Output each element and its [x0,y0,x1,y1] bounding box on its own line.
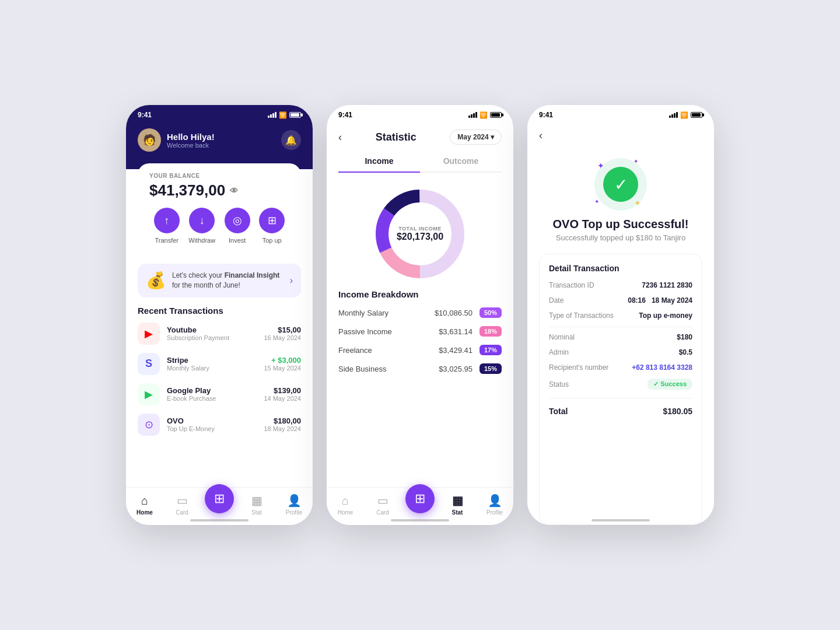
badge-salary: 50% [480,307,502,318]
detail-nominal: Nominal $180 [549,333,692,341]
ovo-logo: ⊙ [138,414,160,436]
status-icons-2: 🛜 [468,111,502,119]
avatar: 🧑 [138,128,161,152]
nav-card-2[interactable]: ▭ Card [368,494,397,516]
card-icon: ▭ [177,494,188,508]
home-indicator-3 [592,519,650,522]
balance-amount: $41,379,00 👁 [149,181,289,200]
battery-icon-3 [691,112,702,118]
topup-label: Top up [262,237,282,244]
nav-stat-label: Stat [251,509,262,516]
detail-type: Type of Transactions Top up e-money [549,312,692,320]
nav-card[interactable]: ▭ Card [167,494,197,516]
topup-icon: ⊞ [259,208,285,233]
nav-home-label: Home [136,509,153,516]
insight-text: Let's check your Financial Insight for t… [172,271,284,290]
breakdown-freelance: Freelance $3,429.41 17% [338,345,502,355]
tab-income[interactable]: Income [338,150,420,172]
month-picker[interactable]: May 2024 ▾ [450,130,502,145]
eye-icon[interactable]: 👁 [230,186,238,195]
status-bar-home: 9:41 🛜 [126,105,313,123]
tx-info: Google Play E-book Purchase [167,386,257,402]
tx-info: Youtube Subscription Payment [167,326,257,341]
user-text: Hello Hilya! Welcome back [167,132,215,149]
home-indicator-2 [391,519,449,522]
invest-button[interactable]: ◎ Invest [225,208,250,244]
back-button-detail[interactable]: ‹ [539,130,542,142]
withdraw-label: Withdraw [188,237,215,244]
transaction-youtube[interactable]: ▶ Youtube Subscription Payment $15,00 16… [138,323,301,345]
transfer-label: Transfer [155,237,178,244]
insight-image: 💰 [146,271,166,290]
phone-statistics: 9:41 🛜 ‹ Statistic May 2024 ▾ Income Out… [327,105,513,525]
nav-profile-label-2: Profile [487,509,503,516]
back-button[interactable]: ‹ [338,131,342,144]
nav-stat[interactable]: ▦ Stat [242,494,271,516]
tx-right: $15,00 16 May 2024 [264,326,301,341]
nav-stat-2[interactable]: ▦ Stat [443,494,472,516]
balance-card: YOUR BALANCE $41,379,00 👁 ↑ Transfer ↓ W… [138,163,301,256]
badge-freelance: 17% [480,345,502,355]
wifi-icon-2: 🛜 [480,111,488,119]
stat-icon: ▦ [251,494,262,508]
home-icon: ⌂ [141,494,148,508]
detail-content: 9:41 🛜 ‹ ✓ ✦ ✦ ✦ [527,105,714,525]
status-bar-detail: 9:41 🛜 [527,105,714,123]
invest-icon: ◎ [225,208,250,233]
sparkle-1: ✦ [597,161,604,170]
detail-card-title: Detail Transaction [549,264,692,273]
tab-row: Income Outcome [338,150,502,173]
detail-date: Date 08:16 18 May 2024 [549,296,692,304]
nav-stat-label-2: Stat [452,509,463,516]
subtitle: Welcome back [167,142,215,149]
breakdown-title: Income Breakdown [338,289,502,299]
total-row: Total $180.05 [549,398,692,416]
status-time: 9:41 [138,111,152,119]
sparkle-4: ✦ [634,198,641,208]
recent-section: Recent Transactions ▶ Youtube Subscripti… [126,306,313,436]
status-badge: ✓ Success [648,379,692,390]
nav-fab-2[interactable]: ⊞ [405,484,435,513]
notification-button[interactable]: 🔔 [281,130,301,150]
battery-icon [289,112,301,118]
total-income-amount: $20,173,00 [397,232,443,242]
total-label: Total [549,407,568,416]
card-icon-2: ▭ [377,494,388,508]
tab-outcome[interactable]: Outcome [420,150,502,172]
page-title: Statistic [376,131,416,144]
nav-home[interactable]: ⌂ Home [130,494,159,516]
insight-banner[interactable]: 💰 Let's check your Financial Insight for… [138,264,301,298]
status-time-2: 9:41 [338,111,352,119]
breakdown-side-business: Side Business $3,025.95 15% [338,363,502,374]
nav-profile[interactable]: 👤 Profile [279,494,309,516]
youtube-logo: ▶ [138,323,160,345]
badge-side: 15% [480,363,502,374]
detail-header: ‹ [527,123,714,149]
transfer-button[interactable]: ↑ Transfer [154,208,180,244]
sparkle-2: ✦ [634,158,638,164]
tx-info: Stripe Monthly Salary [167,356,257,372]
stat-content: 9:41 🛜 ‹ Statistic May 2024 ▾ Income Out… [327,105,513,525]
transaction-googleplay[interactable]: ▶ Google Play E-book Purchase $139,00 14… [138,383,301,405]
nav-fab[interactable]: ⊞ [205,484,234,513]
stripe-logo: S [138,353,160,375]
sparkle-3: ✦ [594,198,599,205]
nav-profile-label: Profile [286,509,302,516]
transaction-ovo[interactable]: ⊙ OVO Top Up E-Money $180,00 18 May 2024 [138,414,301,436]
nav-profile-2[interactable]: 👤 Profile [480,494,509,516]
detail-card: Detail Transaction Transaction ID 7236 1… [539,254,702,525]
status-icons: 🛜 [268,111,301,119]
success-illustration: ✓ ✦ ✦ ✦ ✦ OVO Top up Successful! Success… [527,149,714,254]
detail-admin: Admin $0.5 [549,348,692,356]
transaction-stripe[interactable]: S Stripe Monthly Salary + $3,000 15 May … [138,353,301,375]
phone-home: 9:41 🛜 🧑 Hello Hilya! Welcome back 🔔 [126,105,313,525]
withdraw-button[interactable]: ↓ Withdraw [188,208,215,244]
topup-button[interactable]: ⊞ Top up [259,208,285,244]
signal-icon-3 [669,112,678,118]
success-sub: Successfully topped up $180 to Tanjiro [556,233,685,242]
breakdown-passive-income: Passive Income $3,631.14 18% [338,326,502,337]
nav-home-2[interactable]: ⌂ Home [331,494,360,516]
status-time-3: 9:41 [539,111,553,119]
transfer-icon: ↑ [154,208,180,233]
phone-detail: 9:41 🛜 ‹ ✓ ✦ ✦ ✦ [527,105,714,525]
